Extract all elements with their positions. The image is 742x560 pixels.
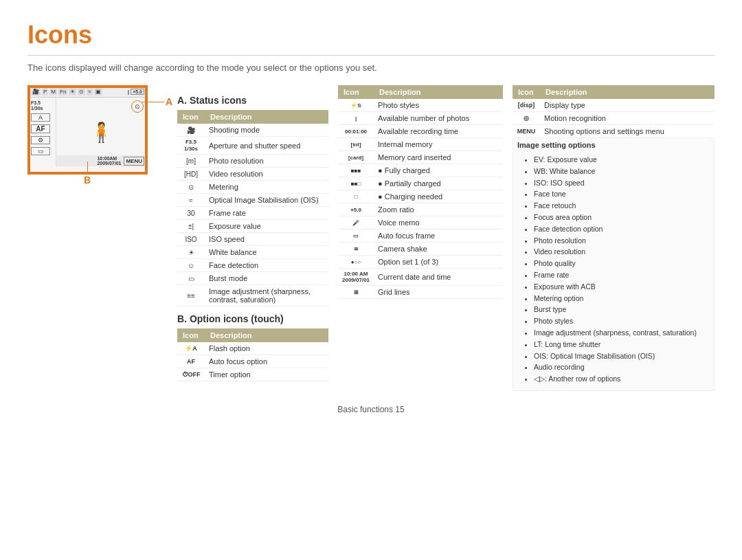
list-item: Photo resolution [534,235,710,247]
list-item: ◁▷: Another row of options [534,373,710,385]
middle-icons-section: Icon Description ⚡SPhoto styles|Availabl… [338,85,503,391]
table-row: ×5.0Zoom ratio [338,203,503,216]
table-row: ⊞Grid lines [338,286,503,299]
desc-cell: Metering [205,181,328,194]
table-row: 🎥Shooting mode [177,124,328,137]
middle-icons-table: Icon Description ⚡SPhoto styles|Availabl… [338,85,503,299]
option-icons-table: Icon Description ⚡AFlash optionAFAuto fo… [177,328,328,381]
desc-cell: Display type [540,99,715,112]
table-row: ☀White balance [177,246,328,259]
desc-cell: Exposure value [205,220,328,233]
page-subtitle: The icons displayed will change accordin… [27,63,715,73]
table-row: [m]Photo resolution [177,155,328,168]
table-row: ≈Optical Image Stabilisation (OIS) [177,194,328,207]
section-a-title: A. Status icons [177,95,328,106]
desc-cell: Current date and time [374,269,503,286]
icon-cell: F3.51/30s [177,137,205,155]
desc-cell: Timer option [205,368,328,381]
icon-cell: 00:01:00 [338,125,374,138]
desc-cell: Shooting mode [205,124,328,137]
table-row: ▭Auto focus frame [338,229,503,243]
list-item: Face detection option [534,223,710,235]
table-row: ≡≡Image adjustment (sharpness, contrast,… [177,285,328,306]
table-row: ±|Exposure value [177,220,328,233]
table-row: ≋Camera shake [338,243,503,256]
icon-cell: AF [177,355,205,368]
table-row: ⚡SPhoto styles [338,99,503,112]
table-row: 00:01:00Available recording time [338,125,503,138]
table-row: □● Charging needed [338,190,503,203]
list-item: LT: Long time shutter [534,339,710,350]
table-row: MENUShooting options and settings menu [513,125,715,138]
table-row: ⏱OFFTimer option [177,368,328,381]
col-desc-header-b: Description [205,328,328,342]
desc-cell: ● Fully charged [374,164,503,177]
table-row: [int]Internal memory [338,138,503,151]
list-item: Audio recording [534,361,710,373]
icon-cell: ≈ [177,194,205,207]
desc-cell: Shooting options and settings menu [540,125,715,138]
icon-cell: ⊙ [177,181,205,194]
list-item: Video resolution [534,246,710,258]
icon-cell: 10:00 AM2009/07/01 [338,269,374,286]
status-icons-section: A. Status icons Icon Description 🎥Shooti… [177,85,328,391]
icon-cell: ▭ [177,272,205,285]
desc-cell: Voice memo [374,216,503,229]
desc-cell: Flash option [205,342,328,355]
page-title: Icons [27,21,715,56]
col-desc-header-mid: Description [374,85,503,99]
desc-cell: Zoom ratio [374,203,503,216]
table-row: [disp]Display type [513,99,715,112]
col-icon-header-right: Icon [513,85,540,99]
desc-cell: Photo styles [374,99,503,112]
table-row: ☺Face detection [177,259,328,272]
desc-cell: Motion recognition [540,112,715,125]
desc-cell: Frame rate [205,207,328,220]
icon-cell: ×5.0 [338,203,374,216]
icon-cell: [m] [177,155,205,168]
icon-cell: ⏱OFF [177,368,205,381]
list-item: Face tone [534,188,710,200]
icon-cell: □ [338,190,374,203]
col-desc-header-right: Description [540,85,715,99]
icon-cell: 🎤 [338,216,374,229]
icon-cell: ◎ [513,112,540,125]
icon-cell: ⊞ [338,286,374,299]
desc-cell: Available number of photos [374,112,503,125]
camera-diagram: 🎥 P M Fn ☀ ⊙ ≈ ▣ | ×5.0 F3.51/30s A [27,85,165,175]
list-item: Frame rate [534,269,710,281]
list-item: Photo quality [534,258,710,269]
desc-cell: Available recording time [374,125,503,138]
table-row: ▭Burst mode [177,272,328,285]
icon-cell: ☀ [177,246,205,259]
list-item: Burst type [534,304,710,315]
icon-cell: [int] [338,138,374,151]
icon-cell: [card] [338,151,374,164]
icon-cell: ▭ [338,229,374,243]
right-icons-section: Icon Description [disp]Display type◎Moti… [513,85,715,391]
table-row: ●○○Option set 1 (of 3) [338,256,503,269]
desc-cell: Memory card inserted [374,151,503,164]
table-row: 10:00 AM2009/07/01Current date and time [338,269,503,286]
icon-cell: ■■□ [338,177,374,190]
list-item: EV: Exposure value [534,154,710,166]
col-desc-header: Description [205,110,328,124]
icon-cell: ≋ [338,243,374,256]
desc-cell: Face detection [205,259,328,272]
col-icon-header: Icon [177,110,205,124]
table-row: [card]Memory card inserted [338,151,503,164]
icon-cell: ≡≡ [177,285,205,306]
list-item: Focus area option [534,212,710,223]
desc-cell: Camera shake [374,243,503,256]
table-row: AFAuto focus option [177,355,328,368]
list-item: OIS: Optical Image Stabilisation (OIS) [534,350,710,362]
table-row: ⊙Metering [177,181,328,194]
table-row: ISOISO speed [177,233,328,246]
desc-cell: Internal memory [374,138,503,151]
table-row: ■■□● Partially charged [338,177,503,190]
image-setting-label: Image setting options [517,141,710,149]
icon-cell: 🎥 [177,124,205,137]
icon-cell: [disp] [513,99,540,112]
desc-cell: Optical Image Stabilisation (OIS) [205,194,328,207]
list-item: WB: White balance [534,166,710,177]
